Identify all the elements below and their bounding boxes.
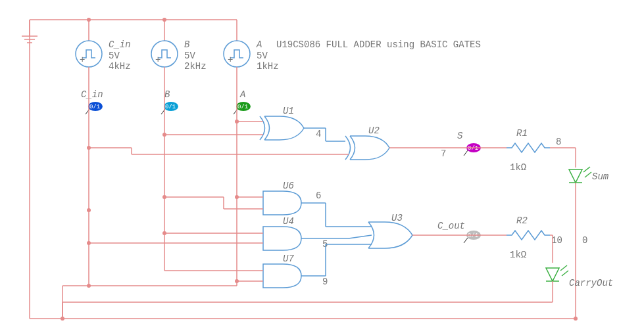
svg-line-67 xyxy=(349,235,372,238)
net-8-label: 8 xyxy=(556,137,561,147)
probe-b[interactable]: B 0/1 xyxy=(161,89,178,114)
resistor-r1: R1 1kΩ xyxy=(507,128,550,173)
gate-u2-label: U2 xyxy=(368,125,380,136)
schematic-canvas: + C_in 5V 4kHz + B 5V 2kHz + A 5V 1kHz U… xyxy=(0,0,644,335)
source-b: + B 5V 2kHz xyxy=(151,39,207,72)
svg-line-76 xyxy=(585,172,591,177)
net-0-label: 0 xyxy=(582,235,587,246)
probe-cout-label: C_out xyxy=(437,221,465,231)
probe-s[interactable]: S 0/1 xyxy=(457,131,481,156)
source-a-voltage: 5V xyxy=(257,51,268,61)
svg-marker-73 xyxy=(569,169,582,183)
svg-marker-80 xyxy=(546,268,559,281)
resistor-r1-name: R1 xyxy=(516,128,528,139)
svg-point-63 xyxy=(235,279,239,283)
led-sum-label: Sum xyxy=(592,171,609,182)
probe-b-label: B xyxy=(164,89,170,100)
source-a-label: A xyxy=(256,39,262,50)
probe-a-label: A xyxy=(239,89,245,100)
gate-u7: U7 xyxy=(263,254,301,288)
net-4-label: 4 xyxy=(316,129,321,139)
gate-u4-label: U4 xyxy=(283,216,294,227)
resistor-r2: R2 1kΩ xyxy=(507,215,550,260)
gate-u2: U2 xyxy=(345,125,389,160)
svg-line-83 xyxy=(562,271,568,276)
gate-u1-label: U1 xyxy=(283,106,294,116)
source-b-label: B xyxy=(184,39,189,50)
source-a-freq: 1kHz xyxy=(257,61,279,72)
source-cin-freq: 4kHz xyxy=(109,61,131,72)
svg-text:+: + xyxy=(80,55,85,65)
svg-text:0/1: 0/1 xyxy=(468,233,478,239)
probe-cin-label: C_in xyxy=(81,89,103,100)
page-title: U19CS086 FULL ADDER using BASIC GATES xyxy=(276,39,481,50)
gate-u6-label: U6 xyxy=(283,181,294,191)
svg-text:0/1: 0/1 xyxy=(237,104,248,110)
probe-cout[interactable]: C_out 0/1 xyxy=(437,221,481,243)
probe-s-label: S xyxy=(457,131,463,141)
svg-text:+: + xyxy=(155,55,161,65)
resistor-r2-name: R2 xyxy=(516,215,528,226)
source-b-freq: 2kHz xyxy=(184,61,207,72)
led-carryout: CarryOut xyxy=(546,265,613,288)
gate-u6: U6 xyxy=(263,181,301,215)
net-6-label: 6 xyxy=(316,190,321,201)
source-b-voltage: 5V xyxy=(184,51,195,61)
resistor-r1-value: 1kΩ xyxy=(510,162,526,173)
gate-u3-label: U3 xyxy=(391,213,403,223)
source-cin-label: C_in xyxy=(109,39,131,50)
led-cout-label: CarryOut xyxy=(569,278,613,288)
led-sum: Sum xyxy=(569,167,609,183)
net-9-label: 9 xyxy=(322,277,328,287)
gate-u4: U4 xyxy=(263,216,301,250)
svg-line-82 xyxy=(560,265,567,271)
probe-cin[interactable]: C_in 0/1 xyxy=(81,89,103,114)
svg-point-35 xyxy=(87,208,91,212)
gate-u1: U1 xyxy=(260,106,304,140)
svg-text:0/1: 0/1 xyxy=(89,104,100,110)
probe-a[interactable]: A 0/1 xyxy=(234,89,251,114)
source-a: + A 5V 1kHz xyxy=(224,39,279,72)
svg-text:0/1: 0/1 xyxy=(468,145,478,152)
net-7-label: 7 xyxy=(441,148,446,159)
gate-u3: U3 xyxy=(368,213,412,248)
svg-text:+: + xyxy=(228,55,233,65)
svg-line-75 xyxy=(583,167,590,172)
source-cin: + C_in 5V 4kHz xyxy=(76,39,131,72)
svg-point-92 xyxy=(87,284,91,288)
source-cin-voltage: 5V xyxy=(109,51,120,61)
svg-point-89 xyxy=(574,317,578,321)
resistor-r2-value: 1kΩ xyxy=(510,250,526,260)
svg-text:0/1: 0/1 xyxy=(165,104,176,110)
gate-u7-label: U7 xyxy=(283,254,294,264)
